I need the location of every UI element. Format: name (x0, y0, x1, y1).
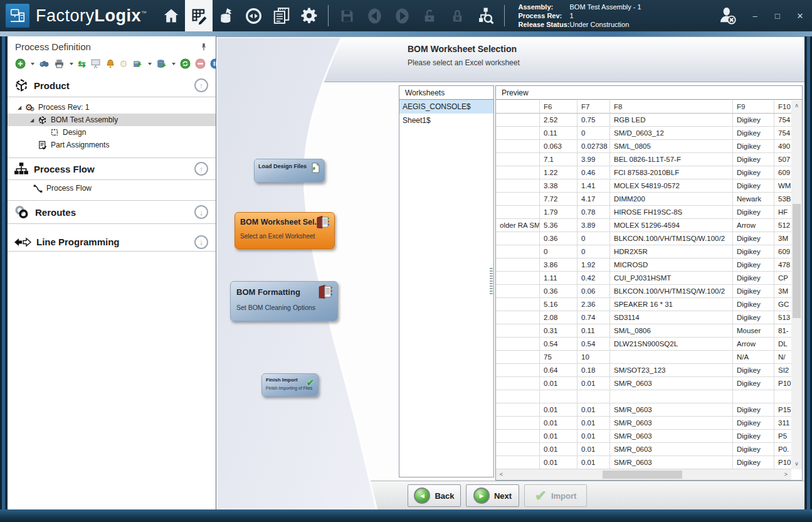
print-button[interactable] (54, 58, 65, 69)
section-process-flow[interactable]: Process Flow ↑ (8, 158, 216, 179)
add-button[interactable] (15, 58, 26, 69)
tree-item-bom-test-assembly[interactable]: ◢ BOM Test Assembly (8, 114, 216, 126)
export-dropdown-caret[interactable] (148, 63, 152, 65)
table-row[interactable]: 0.110SM/D_0603_12Digikey754 (496, 127, 791, 140)
table-row[interactable]: 3.381.41MOLEX 54819-0572DigikeyWM (496, 179, 791, 193)
column-header[interactable]: F10 (774, 100, 791, 114)
add-dropdown-caret[interactable] (31, 63, 34, 65)
table-row[interactable]: 7510N/AN/ (496, 351, 791, 364)
column-header[interactable]: F9 (733, 100, 774, 114)
alert-bell-button[interactable] (105, 58, 115, 69)
table-row[interactable]: 0.360.06BLKCON.100/VH/TM1SQ/W.100/2Digik… (496, 285, 791, 298)
table-row[interactable]: 0.540.54DLW21SN900SQ2LArrowDL (496, 338, 791, 351)
table-row[interactable]: 0.010.01SM/R_0603Digikey311 (496, 417, 791, 430)
tree-item-process-flow[interactable]: Process Flow (8, 180, 216, 196)
back-button[interactable]: ◄ Back (408, 484, 461, 507)
expand-down-button[interactable]: ↓ (194, 205, 208, 219)
table-row[interactable]: 1.110.42CUI_PJ031HSMTDigikeyCP (496, 272, 791, 285)
worksheet-item[interactable]: Sheet1$ (399, 114, 493, 127)
home-icon (162, 7, 180, 24)
worksheet-item[interactable]: AEGIS_CONSOLE$ (399, 100, 493, 114)
table-row[interactable]: 0.0630.02738SM/L_0805Digikey490 (496, 140, 791, 153)
table-row[interactable]: older RA SMD5.363.89MOLEX 51296-4594Arro… (496, 219, 791, 232)
table-row[interactable]: 0.010.01SM/R_0603DigikeyP5 (496, 430, 791, 443)
section-line-programming[interactable]: Line Programming ↓ (8, 233, 216, 251)
transfer-button[interactable] (240, 0, 268, 31)
refresh-button[interactable] (180, 58, 191, 69)
scroll-right-icon[interactable]: > (781, 469, 791, 480)
column-header[interactable] (496, 100, 540, 114)
table-row[interactable]: 2.080.74SD3114Digikey513 (496, 311, 791, 324)
wizard-step-bom-worksheet-selection[interactable]: BOM Worksheet Sel... Select an Excel Wor… (235, 212, 335, 249)
table-row[interactable]: 2.520.75RGB LEDDigikey754 (496, 114, 791, 127)
unlock-button[interactable] (416, 0, 444, 31)
table-row[interactable] (496, 390, 791, 403)
home-button[interactable] (157, 0, 185, 31)
panel-splitter[interactable] (490, 268, 493, 294)
table-row[interactable]: 5.162.36SPEAKER 16 * 31DigikeyGC (496, 298, 791, 311)
column-header[interactable]: F8 (610, 100, 733, 114)
column-header[interactable]: F6 (540, 100, 577, 114)
close-button[interactable]: ✕ (794, 11, 806, 21)
swap-button[interactable]: ⇆ (78, 58, 86, 69)
collapse-up-button[interactable]: ↑ (194, 78, 208, 92)
where-used-search-button[interactable] (472, 0, 499, 31)
lock-release-button[interactable] (444, 0, 472, 31)
table-row[interactable]: 0.010.01SM/R_0603DigikeyP10 (496, 377, 791, 390)
table-row[interactable]: 0.640.18SM/SOT23_123DigikeySI2 (496, 364, 791, 377)
table-row[interactable]: 1.220.46FCI 87583-2010BLFDigikey609 (496, 166, 791, 179)
vertical-scrollbar[interactable]: ∧ ∨ (791, 100, 802, 469)
table-row[interactable]: 7.724.17DIMM200Newark53B (496, 193, 791, 206)
scroll-down-icon[interactable]: ∨ (791, 459, 802, 469)
horizontal-scroll-thumb[interactable] (603, 471, 682, 479)
tree-item-process-rev[interactable]: ◢ ⚙⚙ Process Rev: 1 (8, 101, 216, 114)
database-dropdown-caret[interactable] (172, 63, 176, 65)
forward-history-button[interactable] (389, 0, 416, 31)
table-row[interactable]: 1.790.78HIROSE FH19SC-8SDigikeyHF (496, 206, 791, 219)
assembly-info: Assembly:BOM Test Assembly - 1 Process R… (519, 3, 641, 29)
maximize-button[interactable]: □ (772, 11, 783, 21)
table-row[interactable]: 0.310.11SM/L_0806Mouser81- (496, 324, 791, 338)
collapse-up-button[interactable]: ↑ (194, 162, 208, 176)
minimize-button[interactable]: – (749, 11, 761, 21)
column-header[interactable]: F7 (577, 100, 610, 114)
table-row[interactable]: 3.861.92MICROSDDigikey478 (496, 258, 791, 272)
documents-button[interactable] (268, 0, 295, 31)
presentation-button[interactable] (90, 58, 101, 69)
stop-button[interactable] (195, 58, 206, 69)
wizard-step-bom-formatting[interactable]: BOM Formatting Set BOM Cleaning Options (230, 281, 338, 321)
export-button[interactable] (132, 58, 143, 69)
section-reroutes[interactable]: Reroutes ↓ (8, 201, 216, 223)
tree-item-part-assignments[interactable]: Part Assignments (8, 139, 216, 151)
table-row[interactable]: 0.010.01SM/R_0603DigikeyP0. (496, 443, 791, 456)
table-row[interactable]: 0.010.01SM/R_0603DigikeyP10 (496, 456, 791, 469)
section-product[interactable]: Product ↑ (8, 74, 216, 97)
scroll-up-icon[interactable]: ∧ (791, 100, 802, 111)
scroll-left-icon[interactable]: < (496, 469, 507, 480)
table-row[interactable]: 7.13.99BEL 0826-1L1T-57-FDigikey507 (496, 153, 791, 166)
pin-icon[interactable] (199, 42, 208, 51)
settings-faded-button[interactable]: ⚙ (120, 58, 128, 69)
expander-icon[interactable]: ◢ (16, 105, 23, 110)
next-button[interactable]: ► Next (466, 484, 519, 507)
table-row[interactable]: 00HDR2X5RDigikey609 (496, 245, 791, 258)
settings-button[interactable] (295, 0, 323, 31)
expander-icon[interactable]: ◢ (29, 117, 35, 123)
process-definition-button[interactable] (185, 0, 213, 31)
table-row[interactable]: 0.010.01SM/R_0603DigikeyP15 (496, 403, 791, 417)
wizard-step-load-design-files[interactable]: Load Design Files (254, 159, 325, 183)
material-load-button[interactable] (213, 0, 240, 31)
save-button[interactable] (334, 0, 361, 31)
vertical-scroll-thumb[interactable] (793, 204, 801, 318)
database-export-button[interactable] (156, 58, 167, 69)
back-history-button[interactable] (361, 0, 389, 31)
horizontal-scrollbar[interactable]: < > (496, 469, 791, 480)
import-button[interactable]: ✔ Import (524, 484, 587, 507)
logout-user-icon[interactable] (717, 5, 738, 26)
tree-item-design[interactable]: Design (8, 126, 216, 139)
table-row[interactable]: 0.360BLKCON.100/VH/TM1SQ/W.100/2Digikey3… (496, 232, 791, 245)
print-dropdown-caret[interactable] (70, 63, 73, 65)
expand-down-button[interactable]: ↓ (194, 235, 208, 249)
find-button[interactable] (39, 58, 50, 69)
wizard-step-finish-import[interactable]: Finish Import Finish Importing of Files … (261, 373, 319, 397)
